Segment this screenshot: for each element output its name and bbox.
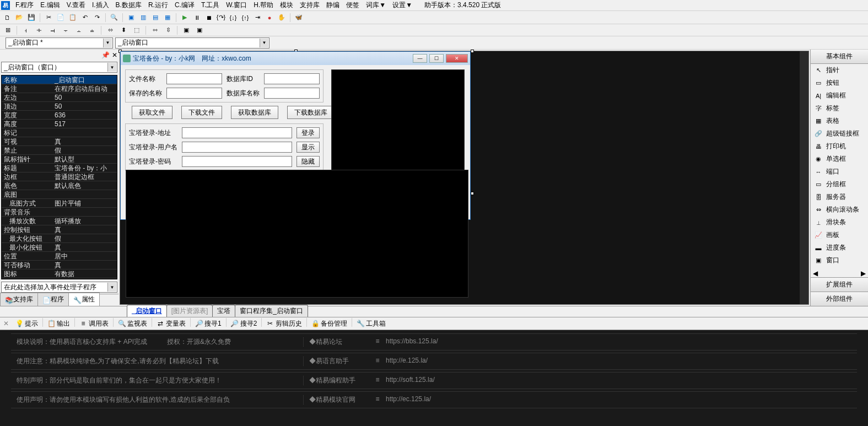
close-panel-icon[interactable]: ✕ — [3, 320, 9, 327]
menu-supportlib[interactable]: 支持库 — [296, 1, 323, 10]
property-row[interactable]: 最小化按钮真 — [2, 243, 117, 252]
prop-value[interactable]: 假 — [52, 146, 117, 154]
maximize-button[interactable]: ☐ — [429, 54, 444, 63]
btab-调用表[interactable]: ≡调用表 — [77, 318, 111, 330]
undo-icon[interactable]: ↶ — [80, 13, 90, 23]
centerh-icon[interactable]: ▣ — [181, 25, 192, 35]
stop-icon[interactable]: ⏹ — [204, 13, 214, 23]
minimize-button[interactable]: — — [413, 54, 427, 63]
show-button[interactable]: 显示 — [296, 142, 320, 153]
cut-icon[interactable]: ✂ — [44, 13, 53, 23]
get-file-button[interactable]: 获取文件 — [132, 106, 172, 119]
menu-edit[interactable]: E.编辑 — [37, 1, 63, 10]
menu-module[interactable]: 模块 — [277, 1, 296, 10]
input-bt-addr[interactable] — [182, 127, 292, 138]
align-center-icon[interactable]: ⟛ — [34, 25, 45, 35]
property-row[interactable]: 播放次数循环播放 — [2, 217, 117, 225]
prop-value[interactable]: _启动窗口 — [52, 76, 117, 84]
btab-工具箱[interactable]: 🔧工具箱 — [354, 318, 388, 330]
property-row[interactable]: 禁止假 — [2, 146, 117, 155]
stepover-icon[interactable]: {↷} — [216, 13, 226, 23]
btab-输出[interactable]: 📋输出 — [45, 318, 72, 330]
menu-view[interactable]: V.查看 — [63, 1, 89, 10]
vspace-icon[interactable]: ⇳ — [163, 25, 174, 35]
stepout-icon[interactable]: {↑} — [240, 13, 250, 23]
prop-value[interactable]: 真 — [52, 243, 117, 251]
find-icon[interactable]: 🔍 — [109, 13, 119, 23]
redo-icon[interactable]: ↷ — [92, 13, 102, 23]
tab-image-resources[interactable]: [图片资源表] — [166, 305, 213, 317]
get-db-button[interactable]: 获取数据库 — [231, 106, 278, 119]
same-size-icon[interactable]: ⬚ — [131, 25, 142, 35]
property-row[interactable]: 备注在程序启动后自动 — [2, 84, 117, 93]
breakpoint-icon[interactable]: ● — [265, 13, 274, 23]
component-item[interactable]: ⟂滑块条 — [811, 216, 868, 229]
property-row[interactable]: 边框普通固定边框 — [2, 172, 117, 181]
hand-icon[interactable]: ✋ — [277, 13, 287, 23]
align-bottom-icon[interactable]: ⫨ — [87, 25, 98, 35]
menu-database[interactable]: B.数据库 — [112, 1, 145, 10]
btab-备份管理[interactable]: 🔒备份管理 — [309, 318, 349, 330]
prop-value[interactable] — [52, 190, 117, 198]
component-item[interactable]: 🖶打印机 — [811, 140, 868, 153]
align-top-icon[interactable]: ⫟ — [60, 25, 71, 35]
scroll-right-icon[interactable]: ▶ — [861, 269, 866, 277]
prop-value[interactable]: 居中 — [52, 252, 117, 260]
tab-program[interactable]: 📄程序 — [37, 293, 69, 306]
menu-static[interactable]: 静编 — [323, 1, 343, 10]
layout3-icon[interactable]: ▤ — [150, 13, 160, 23]
menu-tools[interactable]: T.工具 — [198, 1, 223, 10]
menu-help[interactable]: H.帮助 — [250, 1, 277, 10]
menu-insert[interactable]: I.插入 — [89, 1, 112, 10]
grid-icon[interactable]: ⊞ — [2, 25, 13, 35]
tab-baota[interactable]: 宝塔 — [212, 305, 235, 317]
resize-handle[interactable] — [471, 192, 474, 195]
runto-icon[interactable]: ⇥ — [252, 13, 262, 23]
btab-搜寻2[interactable]: 🔎搜寻2 — [229, 318, 260, 330]
resize-handle[interactable] — [471, 50, 474, 53]
input-bt-pwd[interactable] — [182, 156, 292, 167]
property-row[interactable]: 宽度636 — [2, 111, 117, 120]
tab-window-assembly[interactable]: 窗口程序集_启动窗口 — [235, 305, 308, 317]
palette-tab-ext[interactable]: 扩展组件 — [811, 277, 868, 292]
menu-run[interactable]: R.运行 — [145, 1, 171, 10]
prop-value[interactable] — [52, 208, 117, 216]
btab-变量表[interactable]: ⇄变量表 — [154, 318, 188, 330]
centerv-icon[interactable]: ▣ — [194, 25, 205, 35]
component-item[interactable]: ▭按钮 — [811, 77, 868, 89]
new-icon[interactable]: 🗋 — [2, 13, 12, 23]
pin-icon[interactable]: 📌 — [101, 51, 110, 59]
property-row[interactable]: 背景音乐 — [2, 208, 117, 217]
property-row[interactable]: 可视真 — [2, 137, 117, 146]
preview-box-small[interactable] — [331, 69, 465, 174]
input-dbname[interactable] — [264, 88, 320, 99]
prop-value[interactable]: 真 — [52, 225, 117, 234]
preview-box-large[interactable] — [126, 170, 468, 298]
prop-value[interactable]: 真 — [52, 261, 117, 269]
align-right-icon[interactable]: ⫤ — [47, 25, 58, 35]
vertical-scrollbar[interactable] — [800, 51, 808, 304]
same-height-icon[interactable]: ⬍ — [118, 25, 129, 35]
stepinto-icon[interactable]: {↓} — [228, 13, 238, 23]
prop-value[interactable]: 517 — [52, 120, 117, 128]
menu-compile[interactable]: C.编译 — [171, 1, 198, 10]
component-item[interactable]: ↖指针 — [811, 64, 868, 77]
menu-window[interactable]: W.窗口 — [223, 1, 250, 10]
menu-dict[interactable]: 词库▼ — [363, 1, 389, 10]
property-row[interactable]: 高度517 — [2, 120, 117, 128]
component-item[interactable]: A|编辑框 — [811, 89, 868, 102]
input-filename[interactable] — [166, 73, 222, 84]
prop-value[interactable]: 默认型 — [52, 155, 117, 163]
property-row[interactable]: 图标有数据 — [2, 269, 117, 278]
close-icon[interactable]: ✕ — [112, 51, 117, 59]
same-width-icon[interactable]: ⬄ — [105, 25, 116, 35]
prop-value[interactable]: 在程序启动后自动 — [52, 84, 117, 93]
property-row[interactable]: 底图 — [2, 190, 117, 199]
component-item[interactable]: 🔗超级链接框 — [811, 127, 868, 140]
palette-tab-external[interactable]: 外部组件 — [811, 292, 868, 306]
align-left-icon[interactable]: ⫞ — [20, 25, 31, 35]
btab-剪辑历史[interactable]: ✂剪辑历史 — [264, 318, 304, 330]
menu-settings[interactable]: 设置▼ — [389, 1, 416, 10]
input-bt-user[interactable] — [182, 142, 292, 153]
property-row[interactable]: 位置居中 — [2, 252, 117, 261]
